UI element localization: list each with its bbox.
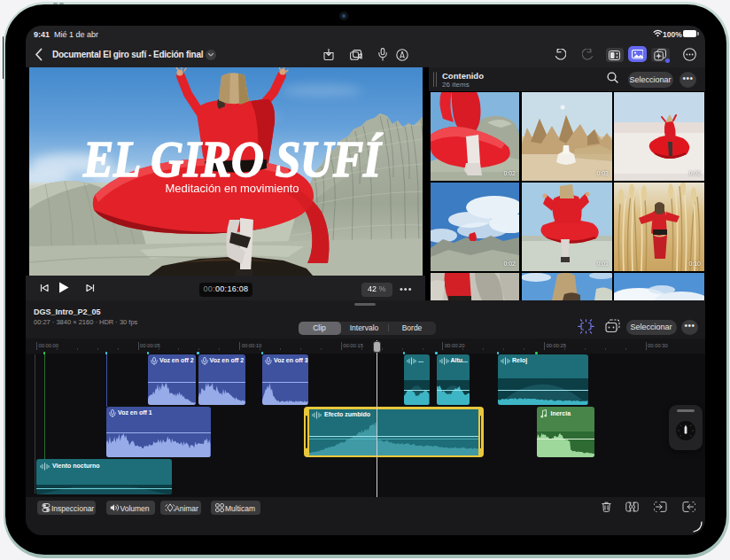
svg-text:EL GIRO SUFÍ: EL GIRO SUFÍ [82, 131, 383, 187]
svg-text:Meditación en movimiento: Meditación en movimiento [165, 182, 299, 195]
